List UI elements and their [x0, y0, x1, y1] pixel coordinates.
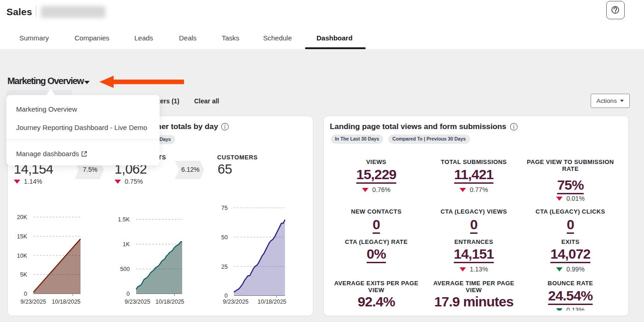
svg-text:5K: 5K — [20, 271, 28, 278]
svg-text:10/18/2025: 10/18/2025 — [52, 299, 81, 305]
svg-text:500: 500 — [120, 266, 130, 272]
svg-text:10/18/2025: 10/18/2025 — [258, 299, 287, 305]
svg-text:0: 0 — [24, 291, 27, 297]
svg-text:10/18/2025: 10/18/2025 — [155, 299, 184, 305]
svg-text:9/23/2025: 9/23/2025 — [223, 299, 249, 305]
svg-text:0: 0 — [224, 293, 228, 299]
svg-text:9/23/2025: 9/23/2025 — [125, 299, 150, 305]
svg-text:1K: 1K — [123, 241, 130, 248]
svg-text:9/23/2025: 9/23/2025 — [21, 299, 46, 305]
svg-text:20K: 20K — [17, 214, 28, 220]
svg-text:75: 75 — [221, 205, 228, 211]
svg-text:10K: 10K — [17, 253, 28, 259]
svg-text:0: 0 — [126, 291, 130, 297]
svg-text:25: 25 — [221, 264, 228, 270]
svg-text:15K: 15K — [17, 233, 28, 240]
svg-text:50: 50 — [221, 234, 228, 241]
svg-text:1.5K: 1.5K — [118, 216, 130, 223]
